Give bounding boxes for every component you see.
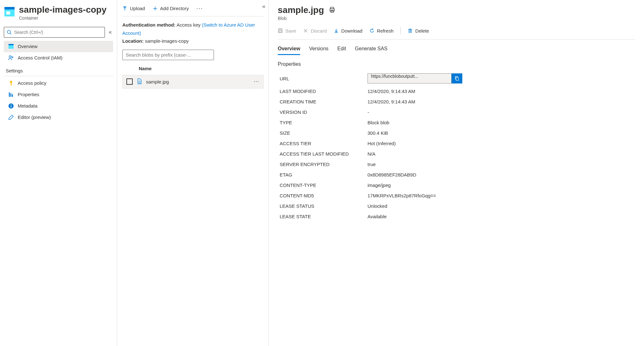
prop-value: true xyxy=(368,162,635,167)
collapse-sidebar-icon[interactable]: « xyxy=(107,28,113,37)
nav-overview[interactable]: Overview xyxy=(4,41,113,52)
tab-generate-sas[interactable]: Generate SAS xyxy=(355,46,387,55)
upload-label: Upload xyxy=(130,6,145,11)
key-icon xyxy=(8,80,14,86)
prop-value: 0x8D8985EF28DAB9D xyxy=(368,172,635,177)
auth-method-label: Authentication method: xyxy=(122,22,175,28)
refresh-icon xyxy=(369,28,374,33)
svg-rect-6 xyxy=(9,45,14,49)
svg-rect-2 xyxy=(6,11,10,15)
copy-button[interactable] xyxy=(452,73,462,83)
search-icon xyxy=(7,30,12,35)
overview-icon xyxy=(8,44,14,49)
x-icon xyxy=(303,28,308,33)
prop-value: 12/4/2020, 9:14:43 AM xyxy=(368,99,635,104)
url-value[interactable]: https://funcbloboutputt... xyxy=(368,73,452,83)
prop-value: Available xyxy=(368,214,635,219)
download-icon xyxy=(334,28,339,33)
svg-rect-16 xyxy=(11,105,11,108)
svg-rect-5 xyxy=(9,44,14,45)
upload-icon xyxy=(122,6,127,11)
nav-editor[interactable]: Editor (preview) xyxy=(4,112,113,123)
separator xyxy=(400,27,401,34)
nav-label: Access Control (IAM) xyxy=(18,55,63,60)
location-value: sample-images-copy xyxy=(145,38,189,44)
svg-rect-0 xyxy=(4,7,15,9)
svg-point-9 xyxy=(10,81,12,83)
row-more-icon[interactable]: ··· xyxy=(254,79,259,84)
print-icon[interactable] xyxy=(329,7,335,14)
upload-button[interactable]: Upload xyxy=(122,6,145,11)
nav-access-policy[interactable]: Access policy xyxy=(4,77,113,89)
nav-properties[interactable]: Properties xyxy=(4,89,113,100)
svg-rect-11 xyxy=(11,84,12,85)
more-icon[interactable]: ··· xyxy=(196,5,203,12)
prop-label: ETAG xyxy=(280,172,368,177)
detail-title: sample.jpg xyxy=(278,5,324,15)
prop-label: ACCESS TIER LAST MODIFIED xyxy=(280,151,368,157)
prop-label: CONTENT-TYPE xyxy=(280,182,368,188)
nav-access-control[interactable]: Access Control (IAM) xyxy=(4,52,113,64)
nav-label: Editor (preview) xyxy=(18,114,51,120)
nav-label: Overview xyxy=(18,44,38,49)
refresh-button[interactable]: Refresh xyxy=(369,28,394,34)
prop-label: SIZE xyxy=(280,130,368,136)
nav-metadata[interactable]: Metadata xyxy=(4,100,113,112)
blob-row[interactable]: sample.jpg ··· xyxy=(122,75,264,89)
tab-edit[interactable]: Edit xyxy=(337,46,346,55)
prop-value: image/jpeg xyxy=(368,182,635,188)
delete-label: Delete xyxy=(415,28,429,34)
svg-rect-30 xyxy=(279,31,282,33)
prop-value: 12/4/2020, 9:14:43 AM xyxy=(368,89,635,94)
prop-label: LEASE STATE xyxy=(280,214,368,219)
properties-heading: Properties xyxy=(278,61,635,67)
svg-rect-29 xyxy=(279,29,281,30)
search-box[interactable] xyxy=(4,27,105,38)
svg-rect-14 xyxy=(12,94,13,97)
prop-label: SERVER ENCRYPTED xyxy=(280,162,368,167)
prop-label: LEASE STATUS xyxy=(280,203,368,209)
plus-icon xyxy=(153,6,158,11)
settings-header: Settings xyxy=(4,64,113,76)
row-checkbox[interactable] xyxy=(126,78,133,85)
prop-label: TYPE xyxy=(280,120,368,125)
svg-rect-40 xyxy=(456,77,459,80)
trash-icon xyxy=(408,28,413,33)
tab-overview[interactable]: Overview xyxy=(278,46,300,55)
prop-label: LAST MODIFIED xyxy=(280,89,368,94)
prop-label: CREATION TIME xyxy=(280,99,368,104)
name-column-header[interactable]: Name xyxy=(122,60,264,75)
svg-point-7 xyxy=(9,56,11,58)
svg-rect-26 xyxy=(330,9,334,11)
collapse-center-icon[interactable]: « xyxy=(262,3,265,10)
page-subtitle: Container xyxy=(19,15,106,21)
add-directory-button[interactable]: Add Directory xyxy=(153,6,189,11)
svg-line-4 xyxy=(10,33,11,34)
copy-icon xyxy=(454,76,459,81)
search-input[interactable] xyxy=(12,30,102,35)
download-label: Download xyxy=(341,28,362,34)
location-label: Location: xyxy=(122,38,144,44)
prop-label: ACCESS TIER xyxy=(280,141,368,146)
people-icon xyxy=(8,55,14,61)
tab-versions[interactable]: Versions xyxy=(309,46,328,55)
add-directory-label: Add Directory xyxy=(160,6,189,11)
prop-label: VERSION ID xyxy=(280,109,368,115)
prop-value: Block blob xyxy=(368,120,635,125)
save-icon xyxy=(278,28,283,33)
prop-value: 300.4 KiB xyxy=(368,130,635,136)
prop-value: Unlocked xyxy=(368,203,635,209)
info-icon xyxy=(8,103,14,109)
svg-rect-12 xyxy=(9,92,10,97)
svg-rect-35 xyxy=(409,29,411,33)
discard-label: Discard xyxy=(311,28,327,34)
save-button: Save xyxy=(278,28,296,34)
svg-rect-27 xyxy=(331,10,333,12)
blob-search-input[interactable] xyxy=(122,50,214,60)
properties-icon xyxy=(8,92,14,97)
svg-point-17 xyxy=(11,104,11,105)
auth-method-value: Access key xyxy=(177,22,201,28)
delete-button[interactable]: Delete xyxy=(408,28,429,34)
save-label: Save xyxy=(285,28,296,34)
download-button[interactable]: Download xyxy=(334,28,362,34)
